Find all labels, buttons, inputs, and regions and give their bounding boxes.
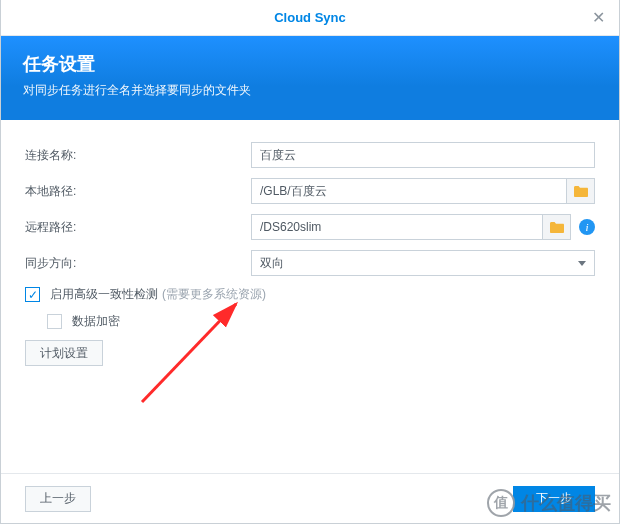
row-encryption: 数据加密	[47, 313, 595, 330]
encryption-checkbox[interactable]	[47, 314, 62, 329]
remote-path-browse-button[interactable]	[543, 214, 571, 240]
row-connection-name: 连接名称: 百度云	[25, 142, 595, 168]
consistency-label: 启用高级一致性检测	[50, 286, 158, 303]
banner-heading: 任务设置	[23, 52, 597, 76]
row-remote-path: 远程路径: /DS620slim i	[25, 214, 595, 240]
window-title: Cloud Sync	[274, 10, 346, 25]
titlebar: Cloud Sync ✕	[1, 0, 619, 36]
connection-name-input[interactable]: 百度云	[251, 142, 595, 168]
banner-subheading: 对同步任务进行全名并选择要同步的文件夹	[23, 82, 597, 99]
consistency-hint: (需要更多系统资源)	[162, 286, 266, 303]
row-sync-direction: 同步方向: 双向	[25, 250, 595, 276]
local-path-browse-button[interactable]	[567, 178, 595, 204]
row-consistency: 启用高级一致性检测 (需要更多系统资源)	[25, 286, 595, 303]
local-path-input[interactable]: /GLB/百度云	[251, 178, 567, 204]
folder-icon	[574, 186, 588, 197]
next-button[interactable]: 下一步	[513, 486, 595, 512]
encryption-label: 数据加密	[72, 313, 120, 330]
label-connection-name: 连接名称:	[25, 147, 251, 164]
label-sync-direction: 同步方向:	[25, 255, 251, 272]
info-icon[interactable]: i	[579, 219, 595, 235]
chevron-down-icon	[578, 261, 586, 266]
label-local-path: 本地路径:	[25, 183, 251, 200]
remote-path-input[interactable]: /DS620slim	[251, 214, 543, 240]
close-icon[interactable]: ✕	[592, 8, 605, 27]
dialog-footer: 上一步 下一步	[1, 473, 619, 523]
label-remote-path: 远程路径:	[25, 219, 251, 236]
back-button[interactable]: 上一步	[25, 486, 91, 512]
dialog-window: Cloud Sync ✕ 任务设置 对同步任务进行全名并选择要同步的文件夹 连接…	[0, 0, 620, 524]
wizard-banner: 任务设置 对同步任务进行全名并选择要同步的文件夹	[1, 36, 619, 120]
folder-icon	[550, 222, 564, 233]
consistency-checkbox[interactable]	[25, 287, 40, 302]
form-body: 连接名称: 百度云 本地路径: /GLB/百度云 远程路径: /DS620sli…	[1, 120, 619, 473]
schedule-settings-button[interactable]: 计划设置	[25, 340, 103, 366]
row-local-path: 本地路径: /GLB/百度云	[25, 178, 595, 204]
sync-direction-select[interactable]: 双向	[251, 250, 595, 276]
